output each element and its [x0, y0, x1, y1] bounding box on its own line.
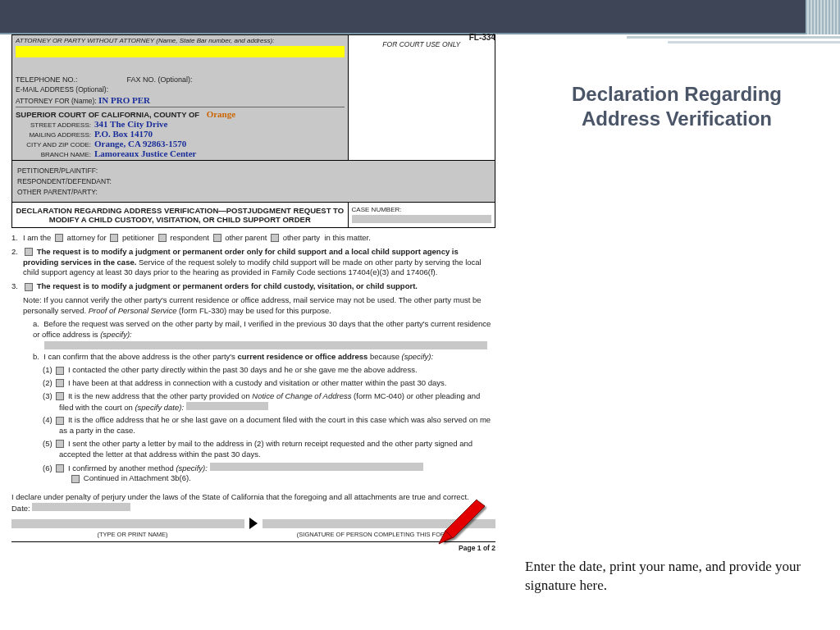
court-section: SUPERIOR COURT OF CALIFORNIA, COUNTY OF …	[16, 107, 345, 158]
checkbox[interactable]	[56, 367, 64, 375]
checkbox[interactable]	[56, 379, 64, 387]
opt-other-parent: other parent	[225, 233, 267, 242]
signature-row	[11, 518, 495, 529]
court-title: SUPERIOR COURT OF CALIFORNIA, COUNTY OF	[16, 110, 199, 119]
street-label: STREET ADDRESS:	[16, 121, 91, 129]
sub5-text: I sent the other party a letter by mail …	[59, 439, 472, 459]
opt-petitioner: petitioner	[122, 233, 154, 242]
sub6-attach: Continued in Attachment 3b(6).	[84, 473, 191, 482]
attorney-for-label: ATTORNEY FOR (Name):	[16, 97, 97, 105]
mail-label: MAILING ADDRESS:	[16, 131, 91, 139]
sub4: (4) It is the office address that he or …	[43, 415, 495, 436]
form-body: 1. I am the attorney for petitioner resp…	[11, 233, 495, 484]
sub2: (2) I have been at that address in conne…	[43, 378, 495, 389]
instruction-note: Enter the date, print your name, and pro…	[525, 558, 820, 596]
parties-box: PETITIONER/PLAINTIFF: RESPONDENT/DEFENDA…	[11, 161, 495, 203]
item3b-because: because	[368, 352, 401, 361]
item3b: b. I can confirm that the above address …	[33, 352, 495, 363]
checkbox[interactable]	[56, 392, 64, 400]
attorney-highlight	[16, 46, 345, 57]
case-number-label: CASE NUMBER:	[352, 206, 402, 213]
date-field	[186, 402, 268, 410]
accent-stripes	[806, 0, 840, 34]
item1-intro: I am the	[23, 233, 51, 242]
checkbox[interactable]	[213, 234, 221, 242]
checkbox[interactable]	[56, 464, 64, 472]
checkbox[interactable]	[55, 234, 63, 242]
city-label: CITY AND ZIP CODE:	[16, 141, 91, 148]
item3-note: Note: If you cannot verify the other par…	[23, 295, 495, 317]
method-field	[210, 463, 423, 471]
sub1: (1) I contacted the other party directly…	[43, 365, 495, 376]
attorney-section: ATTORNEY OR PARTY WITHOUT ATTORNEY (Name…	[12, 35, 348, 160]
checkbox[interactable]	[158, 234, 167, 242]
city-value: Orange, CA 92863-1570	[94, 139, 186, 148]
specify-label2: (specify):	[402, 352, 434, 361]
form-number: FL-334	[469, 33, 495, 42]
email-label: E-MAIL ADDRESS (Optional):	[16, 85, 345, 94]
case-number-field	[352, 215, 491, 223]
specify-label: (specify):	[100, 330, 132, 339]
red-arrow-icon	[431, 496, 488, 546]
opt-attorney: attorney for	[67, 233, 107, 242]
accent-line-2	[668, 41, 840, 43]
item3-bold: The request is to modify a judgment or p…	[37, 281, 418, 290]
sub5: (5) I sent the other party a letter by m…	[43, 439, 495, 460]
county-value: Orange	[207, 109, 235, 119]
checkbox[interactable]	[71, 475, 80, 483]
accent-line	[627, 36, 840, 39]
slide-title-2: Address Verification	[582, 107, 772, 130]
checkbox[interactable]	[56, 417, 64, 425]
telephone-label: TELEPHONE NO.:	[16, 75, 78, 84]
date-value-field	[32, 503, 130, 511]
document-title: DECLARATION REGARDING ADDRESS VERIFICATI…	[12, 203, 348, 227]
opt-other-party: other party	[283, 233, 320, 242]
declaration-text: I declare under penalty of perjury under…	[11, 492, 495, 501]
note-form: Proof of Personal Service	[89, 306, 177, 315]
sub3-date: (specify date):	[135, 403, 184, 412]
specify3: (specify):	[176, 463, 208, 472]
case-number-section: CASE NUMBER:	[348, 203, 495, 227]
note-end: (form FL-330) may be used for this purpo…	[176, 306, 331, 315]
branch-label: BRANCH NAME:	[16, 151, 91, 158]
branch-value: Lamoreaux Justice Center	[94, 148, 196, 158]
form-document: FL-334 ATTORNEY OR PARTY WITHOUT ATTORNE…	[11, 34, 495, 552]
sub1-text: I contacted the other party directly wit…	[68, 365, 418, 374]
checkbox[interactable]	[110, 234, 118, 242]
item3a: a. Before the request was served on the …	[33, 319, 495, 340]
date-label: Date:	[11, 504, 30, 513]
item3b-text: I can confirm that the above address is …	[43, 352, 237, 361]
mail-value: P.O. Box 14170	[94, 129, 153, 139]
attorney-label: ATTORNEY OR PARTY WITHOUT ATTORNEY (Name…	[16, 37, 345, 44]
title-box: DECLARATION REGARDING ADDRESS VERIFICATI…	[11, 203, 495, 228]
checkbox[interactable]	[56, 440, 64, 448]
sub3: (3) It is the new address that the other…	[43, 391, 495, 413]
opt-respondent: respondent	[170, 233, 209, 242]
court-use-only: FOR COURT USE ONLY	[348, 35, 495, 160]
respondent-label: RESPONDENT/DEFENDANT:	[17, 177, 354, 185]
checkbox[interactable]	[25, 283, 33, 291]
item1-end: in this matter.	[324, 233, 371, 242]
address-field	[44, 341, 487, 349]
item3b-bold: current residence or office address	[237, 352, 368, 361]
sub4-text: It is the office address that he or she …	[59, 415, 491, 435]
other-parent-label: OTHER PARENT/PARTY:	[17, 188, 354, 196]
slide-top-bar	[0, 0, 840, 34]
fax-label: FAX NO. (Optional):	[127, 75, 193, 84]
petitioner-label: PETITIONER/PLAINTIFF:	[17, 167, 354, 175]
triangle-icon	[249, 518, 258, 529]
sub6-text: I confirmed by another method	[68, 463, 176, 472]
slide-title-panel: Declaration Regarding Address Verificati…	[525, 82, 829, 131]
page-footer: Page 1 of 2	[11, 541, 495, 552]
name-caption: (TYPE OR PRINT NAME)	[11, 531, 253, 538]
in-pro-per-value: IN PRO PER	[98, 95, 150, 105]
sub3-form: Notice of Change of Address	[252, 391, 351, 400]
street-value: 341 The City Drive	[94, 119, 167, 129]
sub3-text: It is the new address that the other par…	[68, 391, 252, 400]
sub2-text: I have been at that address in connectio…	[68, 378, 447, 387]
checkbox[interactable]	[25, 248, 33, 256]
form-header-box: ATTORNEY OR PARTY WITHOUT ATTORNEY (Name…	[11, 34, 495, 161]
slide-title-1: Declaration Regarding	[572, 83, 782, 105]
checkbox[interactable]	[271, 234, 279, 242]
sub6: (6) I confirmed by another method (speci…	[43, 463, 495, 485]
